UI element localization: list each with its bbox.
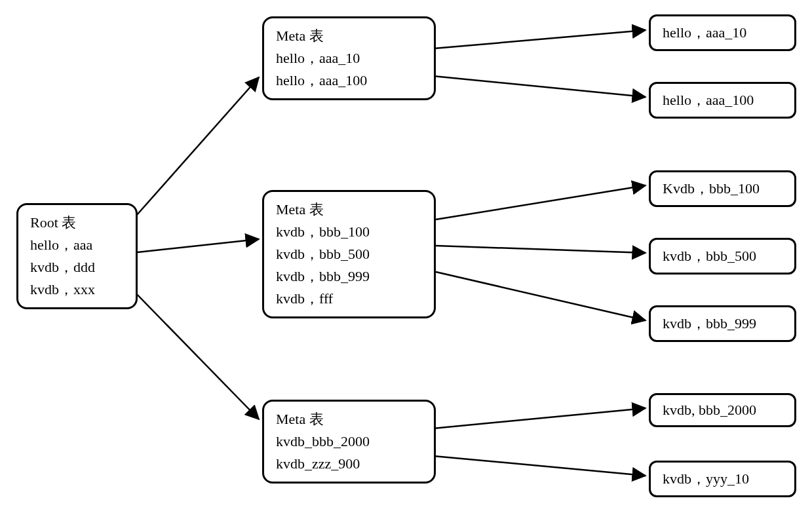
- leaf-text: hello，aaa_100: [663, 92, 754, 108]
- leaf-box: kvdb, bbb_2000: [649, 393, 796, 427]
- meta-title: Meta 表: [276, 408, 422, 430]
- leaf-box: hello，aaa_100: [649, 82, 796, 119]
- leaf-text: Kvdb，bbb_100: [663, 180, 760, 197]
- meta-line: kvdb，bbb_500: [276, 243, 422, 265]
- meta-table-box: Meta 表 hello，aaa_10 hello，aaa_100: [262, 16, 436, 100]
- leaf-box: kvdb，bbb_500: [649, 238, 796, 275]
- root-line: kvdb，ddd: [30, 256, 124, 278]
- svg-line-7: [436, 272, 646, 320]
- root-table-box: Root 表 hello，aaa kvdb，ddd kvdb，xxx: [16, 203, 138, 309]
- svg-line-1: [138, 239, 259, 252]
- leaf-box: Kvdb，bbb_100: [649, 170, 796, 207]
- meta-table-box: Meta 表 kvdb，bbb_100 kvdb，bbb_500 kvdb，bb…: [262, 190, 436, 318]
- svg-line-4: [426, 75, 646, 97]
- svg-line-6: [436, 246, 646, 253]
- meta-line: kvdb，bbb_999: [276, 265, 422, 288]
- root-line: kvdb，xxx: [30, 278, 124, 301]
- leaf-text: kvdb, bbb_2000: [663, 402, 756, 418]
- leaf-box: hello，aaa_10: [649, 14, 796, 51]
- leaf-text: kvdb，yyy_10: [663, 470, 749, 487]
- svg-line-8: [426, 408, 646, 429]
- svg-line-5: [436, 185, 646, 219]
- meta-line: kvdb_bbb_2000: [276, 430, 422, 453]
- leaf-text: kvdb，bbb_999: [663, 315, 756, 332]
- meta-line: kvdb，bbb_100: [276, 221, 422, 243]
- meta-title: Meta 表: [276, 199, 422, 221]
- meta-title: Meta 表: [276, 25, 422, 47]
- svg-line-0: [131, 77, 259, 221]
- leaf-text: kvdb，bbb_500: [663, 248, 756, 264]
- diagram-stage: Root 表 hello，aaa kvdb，ddd kvdb，xxx Meta …: [0, 0, 812, 513]
- meta-line: kvdb_zzz_900: [276, 453, 422, 475]
- meta-line: hello，aaa_10: [276, 47, 422, 69]
- root-title: Root 表: [30, 212, 124, 234]
- root-line: hello，aaa: [30, 234, 124, 256]
- meta-line: hello，aaa_100: [276, 69, 422, 92]
- leaf-box: kvdb，bbb_999: [649, 305, 796, 342]
- svg-line-3: [426, 30, 646, 49]
- meta-line: kvdb，fff: [276, 288, 422, 310]
- leaf-text: hello，aaa_10: [663, 24, 746, 41]
- leaf-box: kvdb，yyy_10: [649, 461, 796, 497]
- svg-line-2: [131, 288, 259, 419]
- meta-table-box: Meta 表 kvdb_bbb_2000 kvdb_zzz_900: [262, 400, 436, 484]
- svg-line-9: [426, 455, 646, 476]
